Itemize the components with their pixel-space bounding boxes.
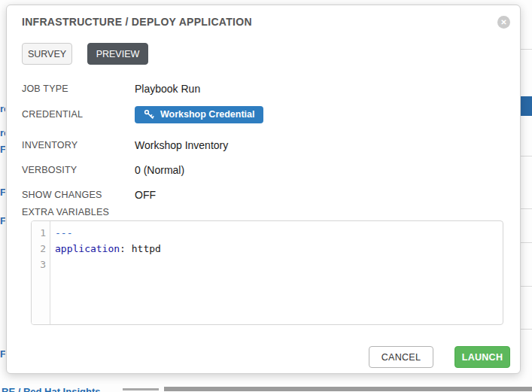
tab-survey[interactable]: SURVEY [22, 43, 72, 65]
background-text-fragment: ro [0, 104, 5, 114]
background-text-fragment: rc [0, 128, 5, 138]
background-bottom-strip: RE / Red Hat Insights [0, 386, 532, 392]
launch-button[interactable]: LAUNCH [454, 346, 510, 368]
show-changes-label: SHOW CHANGES [22, 190, 135, 200]
editor-code-area[interactable]: --- application: httpd [50, 221, 503, 324]
yaml-doc-separator: --- [55, 227, 72, 239]
background-row-divider [521, 329, 532, 330]
modal-title: INFRASTRUCTURE / DEPLOY APPLICATION [22, 16, 252, 28]
background-blue-block [521, 96, 532, 116]
inventory-value: Workshop Inventory [135, 139, 228, 151]
close-icon[interactable]: ✕ [497, 16, 510, 29]
background-row-divider [521, 286, 532, 287]
line-number: 3 [32, 257, 50, 272]
show-changes-value: OFF [135, 189, 156, 201]
line-number: 2 [32, 241, 50, 257]
inventory-label: INVENTORY [22, 140, 135, 150]
background-text-fragment: F [0, 216, 5, 226]
job-type-label: JOB TYPE [22, 84, 135, 94]
background-row-divider [521, 208, 532, 209]
extra-variables-label: EXTRA VARIABLES [22, 207, 109, 217]
tab-preview[interactable]: PREVIEW [87, 43, 148, 65]
yaml-key: application [55, 243, 120, 254]
verbosity-label: VERBOSITY [22, 165, 135, 175]
background-text-fragment: F [0, 187, 5, 197]
background-bar-fragment [164, 387, 532, 391]
line-number: 1 [32, 225, 50, 241]
credential-badge-label: Workshop Credential [160, 109, 254, 120]
credential-label: CREDENTIAL [22, 109, 135, 120]
background-row-divider [521, 156, 532, 156]
background-link-fragment: RE / Red Hat Insights [2, 386, 122, 392]
extra-variables-editor: 1 2 3 --- application: httpd [31, 220, 503, 325]
yaml-value: httpd [132, 243, 161, 254]
background-text-fragment: F [0, 349, 5, 359]
cancel-button[interactable]: CANCEL [369, 346, 433, 368]
yaml-colon: : [120, 243, 132, 254]
code-line [55, 257, 503, 272]
detail-row-job-type: JOB TYPE Playbook Run [22, 80, 505, 98]
detail-row-verbosity: VERBOSITY 0 (Normal) [22, 161, 505, 179]
detail-row-credential: CREDENTIAL Workshop Credential [22, 105, 505, 123]
background-text-fragment: F [0, 144, 5, 154]
code-line: application: httpd [55, 241, 503, 257]
background-row-divider [521, 242, 532, 243]
background-text-fragment [123, 388, 159, 390]
detail-row-inventory: INVENTORY Workshop Inventory [22, 136, 505, 154]
background-row-divider [521, 49, 532, 50]
editor-line-number-gutter: 1 2 3 [32, 221, 50, 324]
verbosity-value: 0 (Normal) [135, 164, 184, 176]
job-type-value: Playbook Run [135, 83, 200, 95]
detail-row-show-changes: SHOW CHANGES OFF [22, 186, 505, 204]
key-icon [144, 109, 154, 120]
code-line: --- [55, 225, 503, 241]
credential-badge[interactable]: Workshop Credential [135, 106, 263, 123]
deploy-application-modal: INFRASTRUCTURE / DEPLOY APPLICATION ✕ SU… [6, 5, 521, 374]
